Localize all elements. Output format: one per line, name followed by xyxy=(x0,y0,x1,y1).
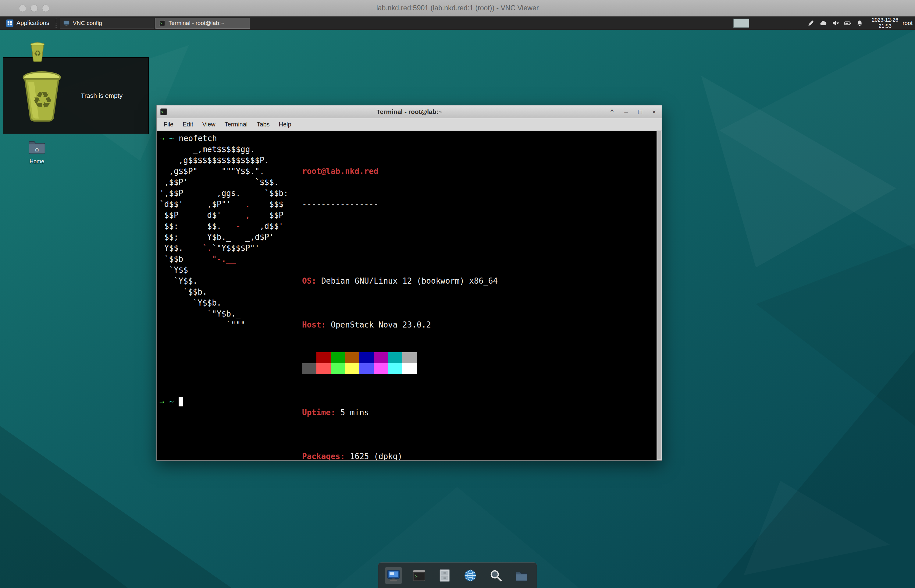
menu-item[interactable]: View xyxy=(198,118,220,130)
palette-swatch xyxy=(345,352,359,363)
svg-text:♻: ♻ xyxy=(32,87,53,113)
minimize-button[interactable]: – xyxy=(622,108,630,115)
trash-large-icon: ♻ xyxy=(17,68,66,123)
neofetch-info-line: OS:Debian GNU/Linux 12 (bookworm) x86_64 xyxy=(302,275,498,286)
palette-swatch xyxy=(316,352,331,363)
applications-menu-icon xyxy=(6,19,13,27)
neofetch-info-line: Host:OpenStack Nova 23.0.2 xyxy=(302,319,498,330)
home-desktop-icon[interactable]: ⌂ Home xyxy=(26,139,48,165)
panel-clock[interactable]: 2023-12-26 21:53 xyxy=(872,17,898,29)
info-label: OS: xyxy=(302,276,316,286)
palette-swatch xyxy=(388,352,403,363)
info-label: Host: xyxy=(302,320,326,330)
volume-muted-icon[interactable] xyxy=(831,19,839,27)
menu-item[interactable]: Terminal xyxy=(220,118,252,130)
terminal-icon: >_ xyxy=(411,568,427,583)
mac-minimize-button[interactable] xyxy=(31,5,38,12)
shell-prompt: → ~ xyxy=(159,396,183,407)
palette-swatch xyxy=(359,363,374,374)
dock-item-terminal[interactable]: >_ xyxy=(411,567,428,584)
neofetch-header: root@lab.nkd.red xyxy=(302,166,498,177)
svg-text:>_: >_ xyxy=(161,110,166,114)
terminal-window: >_ Terminal - root@lab:~ ^ – □ × FileEdi… xyxy=(156,105,662,460)
palette-swatch xyxy=(403,363,417,374)
palette-swatch xyxy=(316,363,331,374)
magnifier-icon xyxy=(488,568,504,583)
vnc-viewer-titlebar[interactable]: lab.nkd.red:5901 (lab.nkd.red:1 (root)) … xyxy=(0,0,915,16)
desktop[interactable]: ♻ ♻ Trash is empty ⌂ Home >_ xyxy=(0,30,915,588)
neofetch-info-lines: OS:Debian GNU/Linux 12 (bookworm) x86_64… xyxy=(302,231,498,460)
info-value: 5 mins xyxy=(341,408,369,417)
taskbar-item-label: Terminal - root@lab:~ xyxy=(168,20,224,26)
taskbar-item-label: VNC config xyxy=(73,20,102,26)
workspace-switcher[interactable] xyxy=(733,19,749,28)
clock-time: 21:53 xyxy=(872,23,898,29)
palette-swatch xyxy=(374,352,388,363)
neofetch-info-line: Packages:1625 (dpkg) xyxy=(302,451,498,460)
palette-swatch xyxy=(302,363,316,374)
menu-item[interactable]: File xyxy=(159,118,178,130)
svg-text:♻: ♻ xyxy=(34,49,41,58)
taskbar-item-terminal[interactable]: >_ Terminal - root@lab:~ xyxy=(155,18,250,29)
neofetch-info-line: Uptime:5 mins xyxy=(302,407,498,418)
menu-item[interactable]: Tabs xyxy=(252,118,274,130)
dock-item-file-manager[interactable] xyxy=(513,567,530,584)
workspace-1[interactable] xyxy=(734,19,749,27)
bell-icon[interactable] xyxy=(856,19,864,27)
panel-user-label: root xyxy=(902,20,913,26)
mac-close-button[interactable] xyxy=(19,5,26,12)
vnc-config-window-icon xyxy=(63,20,70,26)
scrollbar-thumb[interactable] xyxy=(658,131,661,459)
menu-item[interactable]: Help xyxy=(274,118,296,130)
mac-window-controls xyxy=(19,0,49,16)
terminal-window-icon: >_ xyxy=(159,20,165,26)
file-cabinet-icon xyxy=(437,568,452,583)
maximize-button[interactable]: □ xyxy=(637,108,644,115)
battery-icon[interactable] xyxy=(844,19,852,27)
debian-ascii-art-accent: . , - `. "-.__ xyxy=(159,144,250,319)
terminal-cursor xyxy=(179,397,183,406)
close-button[interactable]: × xyxy=(650,108,658,115)
panel-handle xyxy=(55,19,57,28)
stylus-icon[interactable] xyxy=(807,19,815,27)
neofetch-info: root@lab.nkd.red ---------------- OS:Deb… xyxy=(302,144,498,460)
menu-item[interactable]: Edit xyxy=(178,118,197,130)
palette-swatch xyxy=(302,352,316,363)
dock-item-web-browser[interactable] xyxy=(462,567,479,584)
shade-button[interactable]: ^ xyxy=(608,108,616,115)
terminal-menubar: FileEditViewTerminalTabsHelp xyxy=(157,118,662,131)
window-controls: ^ – □ × xyxy=(608,105,658,118)
terminal-titlebar-icon: >_ xyxy=(160,108,168,116)
xfce-panel: Applications VNC config >_ Terminal - ro… xyxy=(0,16,915,30)
prompt-arrow: → xyxy=(159,396,164,407)
cloud-icon[interactable] xyxy=(819,19,827,27)
dock-item-app-finder[interactable] xyxy=(487,567,504,584)
trash-icon[interactable]: ♻ xyxy=(27,41,48,63)
palette-swatch xyxy=(374,363,388,374)
terminal-titlebar[interactable]: >_ Terminal - root@lab:~ ^ – □ × xyxy=(157,105,662,118)
terminal-screen[interactable]: → ~ neofetch _,met$$$$$gg. ,g$$$$$$$$$$$… xyxy=(157,131,656,460)
command-line: → ~ neofetch xyxy=(159,133,217,144)
info-value: OpenStack Nova 23.0.2 xyxy=(331,320,431,330)
info-value: 1625 (dpkg) xyxy=(350,452,403,460)
svg-text:>_: >_ xyxy=(160,22,164,25)
vnc-window-title: lab.nkd.red:5901 (lab.nkd.red:1 (root)) … xyxy=(377,4,539,12)
mac-zoom-button[interactable] xyxy=(42,5,49,12)
terminal-color-palette xyxy=(302,352,417,374)
palette-swatch xyxy=(345,363,359,374)
prompt-path: ~ xyxy=(169,133,174,144)
home-icon-label: Home xyxy=(26,158,48,165)
system-tray xyxy=(807,19,864,27)
dock-item-file-cabinet[interactable] xyxy=(436,567,453,584)
palette-swatch xyxy=(359,352,374,363)
svg-text:>_: >_ xyxy=(415,573,420,579)
vnc-viewer-screen: lab.nkd.red:5901 (lab.nkd.red:1 (root)) … xyxy=(0,0,915,588)
globe-icon xyxy=(463,568,478,583)
palette-swatch xyxy=(403,352,417,363)
palette-row-normal xyxy=(302,352,417,363)
taskbar-item-vnc-config[interactable]: VNC config xyxy=(60,18,154,29)
home-folder-icon: ⌂ xyxy=(28,139,46,155)
dock-item-desktop[interactable] xyxy=(385,567,402,584)
applications-menu-button[interactable]: Applications xyxy=(2,17,53,29)
terminal-scrollbar[interactable] xyxy=(656,131,662,460)
